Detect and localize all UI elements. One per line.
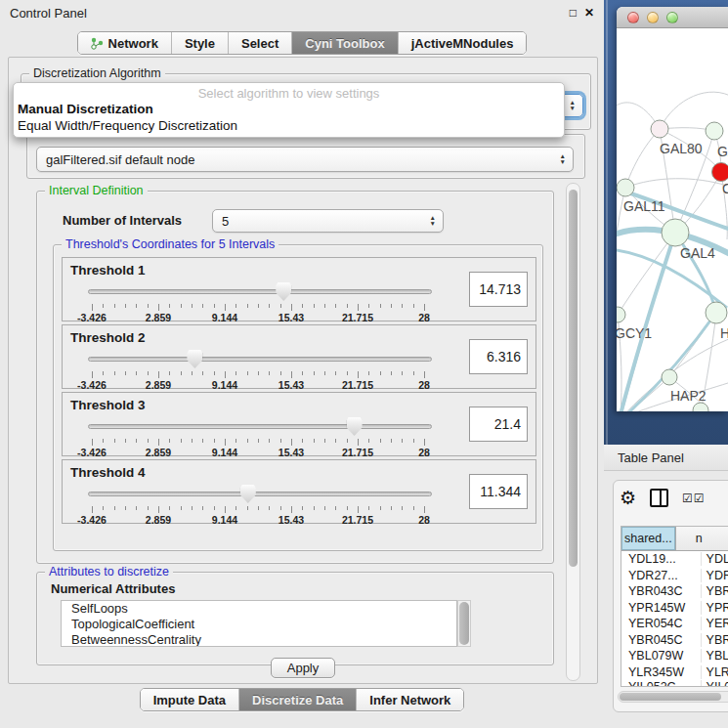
- table-cell: YDR27...: [621, 569, 702, 582]
- table-row[interactable]: YPR145WYPR1: [621, 600, 728, 617]
- tab-style[interactable]: Style: [172, 32, 229, 54]
- slider-tick-label: 9.144: [212, 447, 237, 458]
- tab-label: jActiveMNodules: [411, 36, 514, 51]
- slider-tick-label: -3.426: [77, 447, 107, 458]
- gear-icon[interactable]: ⚙: [620, 490, 636, 507]
- threshold-value-field[interactable]: 21.4: [469, 407, 528, 442]
- select-columns-icon[interactable]: ☑☑: [682, 492, 706, 505]
- close-icon[interactable]: ✕: [584, 6, 594, 20]
- attributes-list-scrollbar[interactable]: [457, 600, 471, 647]
- slider-thumb[interactable]: [187, 350, 202, 368]
- split-columns-icon[interactable]: [650, 489, 668, 507]
- settings-scrollbar[interactable]: [566, 183, 580, 681]
- tab-cyni-toolbox[interactable]: Cyni Toolbox: [292, 32, 398, 54]
- network-node[interactable]: [706, 302, 727, 323]
- threshold-value-field[interactable]: 11.344: [469, 474, 528, 509]
- slider-tick-label: 9.144: [212, 379, 237, 391]
- algorithm-option[interactable]: Manual Discretization: [14, 101, 564, 117]
- slider-thumb[interactable]: [347, 417, 363, 436]
- threshold-value-field[interactable]: 6.316: [469, 339, 528, 374]
- tab-label: Infer Network: [369, 693, 450, 707]
- table-row[interactable]: YDL19...YDL1: [621, 551, 728, 568]
- minimize-traffic-light[interactable]: [647, 12, 659, 23]
- cyni-mode-tabs: Impute DataDiscretize DataInfer Network: [140, 688, 465, 711]
- algorithm-hint-item[interactable]: Select algorithm to view settings: [14, 83, 564, 101]
- network-node[interactable]: [617, 179, 634, 196]
- threshold-slider[interactable]: -3.4262.8599.14415.4321.71528: [84, 416, 436, 455]
- table-cell: YLR345W: [621, 665, 702, 679]
- attribute-item[interactable]: BetweennessCentrality: [62, 632, 456, 647]
- network-canvas[interactable]: GAL80GAGAL11CGAL4GCY1HHAP2: [617, 29, 728, 411]
- slider-thumb[interactable]: [240, 485, 256, 503]
- combo-arrows-icon: ▲▼: [570, 100, 576, 111]
- combo-arrows-icon: ▲▼: [560, 153, 566, 165]
- tab-network[interactable]: Network: [78, 32, 172, 54]
- slider-tick-label: 21.715: [342, 447, 373, 458]
- apply-button[interactable]: Apply: [271, 658, 335, 678]
- table-row[interactable]: YBR043CYBR0: [621, 583, 728, 600]
- attribute-item[interactable]: TopologicalCoefficient: [62, 617, 456, 632]
- threshold-panel: Threshold 3-3.4262.8599.14415.4321.71528…: [62, 392, 536, 456]
- table-row[interactable]: YBR045CYBR0: [621, 632, 728, 649]
- network-node[interactable]: [706, 122, 723, 140]
- table-cell: YBL0: [702, 649, 728, 663]
- tab-impute-data[interactable]: Impute Data: [141, 689, 239, 710]
- network-node[interactable]: [662, 219, 689, 246]
- network-node[interactable]: [693, 403, 708, 411]
- tab-discretize-data[interactable]: Discretize Data: [239, 689, 357, 710]
- table-panel-titlebar: Table Panel: [604, 445, 728, 471]
- slider-tick-label: 15.43: [278, 312, 304, 323]
- column-header[interactable]: shared...: [621, 527, 676, 550]
- network-view-window[interactable]: GAL80GAGAL11CGAL4GCY1HHAP2: [617, 7, 728, 411]
- tab-infer-network[interactable]: Infer Network: [357, 689, 463, 710]
- tab-label: Select: [241, 36, 278, 51]
- node-label: GAL80: [660, 141, 703, 156]
- table-data-combobox[interactable]: galFiltered.sif default node ▲▼: [36, 147, 574, 172]
- network-window-titlebar[interactable]: [617, 7, 728, 28]
- node-label: H: [720, 325, 728, 341]
- table-row[interactable]: YER054CYER0: [621, 616, 728, 632]
- slider-thumb[interactable]: [276, 282, 291, 301]
- tab-select[interactable]: Select: [229, 32, 292, 54]
- table-cell: YDL1: [702, 552, 728, 566]
- algorithm-option[interactable]: Equal Width/Frequency Discretization: [14, 117, 564, 134]
- network-edge[interactable]: [618, 233, 675, 315]
- threshold-label: Threshold 3: [70, 398, 146, 412]
- node-label: GAL4: [680, 245, 715, 261]
- network-edge[interactable]: [625, 129, 660, 188]
- zoom-traffic-light[interactable]: [666, 12, 678, 23]
- network-node[interactable]: [651, 120, 668, 138]
- table-cell: YIL052C: [621, 680, 702, 687]
- network-edge[interactable]: [625, 179, 727, 188]
- column-header[interactable]: n: [676, 527, 728, 550]
- threshold-panel: Threshold 4-3.4262.8599.14415.4321.71528…: [62, 459, 536, 524]
- table-data-value: galFiltered.sif default node: [46, 152, 194, 167]
- network-node[interactable]: [662, 369, 677, 385]
- table-row[interactable]: YBL079WYBL0: [621, 648, 728, 664]
- attribute-item[interactable]: SelfLoops: [62, 601, 456, 617]
- table-cell: YIL0: [702, 680, 728, 687]
- network-graph: GAL80GAGAL11CGAL4GCY1HHAP2: [617, 29, 728, 411]
- network-node[interactable]: [712, 163, 728, 182]
- threshold-slider[interactable]: -3.4262.8599.14415.4321.71528: [84, 281, 436, 321]
- num-intervals-combobox[interactable]: 5 ▲▼: [212, 209, 444, 233]
- threshold-slider[interactable]: -3.4262.8599.14415.4321.71528: [84, 349, 436, 388]
- table-row[interactable]: YLR345WYLR3: [621, 664, 728, 681]
- table-row[interactable]: YIL052CYIL0: [621, 680, 728, 687]
- attributes-list[interactable]: SelfLoopsTopologicalCoefficientBetweenne…: [61, 600, 457, 647]
- threshold-slider[interactable]: -3.4262.8599.14415.4321.71528: [84, 484, 436, 523]
- slider-tick-label: -3.426: [77, 379, 107, 391]
- network-node[interactable]: [617, 307, 625, 322]
- threshold-panel: Threshold 2-3.4262.8599.14415.4321.71528…: [62, 324, 536, 389]
- node-label: HAP2: [670, 388, 707, 404]
- control-panel-titlebar: Control Panel □ ✕: [0, 0, 604, 25]
- close-traffic-light[interactable]: [627, 12, 639, 23]
- table-cell: YBL079W: [621, 649, 702, 663]
- table-row[interactable]: YDR27...YDR2: [621, 568, 728, 584]
- threshold-value-field[interactable]: 14.713: [469, 272, 528, 307]
- tab-label: Network: [108, 36, 158, 51]
- table-horizontal-scrollbar[interactable]: [618, 691, 728, 703]
- tab-jactivemnodules[interactable]: jActiveMNodules: [399, 32, 527, 54]
- float-icon[interactable]: □: [570, 6, 577, 20]
- slider-tick-label: 28: [418, 447, 430, 458]
